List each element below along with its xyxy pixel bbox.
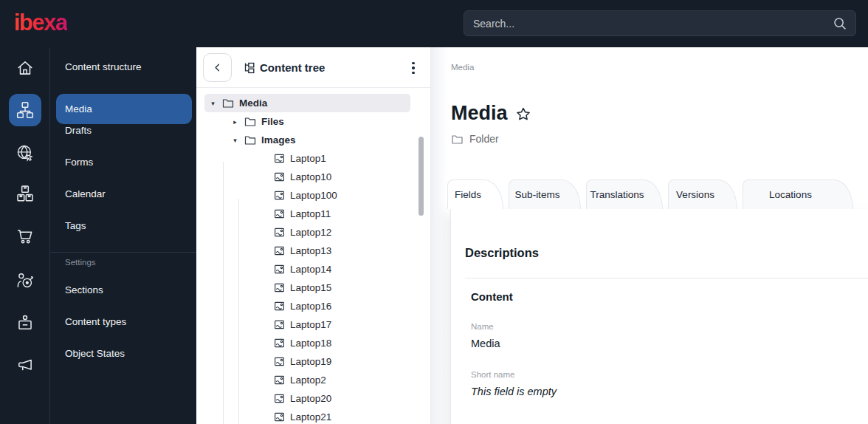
tab[interactable]: Versions	[668, 179, 737, 209]
admin-badge-icon[interactable]	[9, 307, 41, 339]
tree-row-label: Laptop2	[290, 375, 326, 386]
fields-list: Name Media Short name This field is empt…	[471, 322, 864, 418]
page-title: Media	[451, 102, 532, 125]
sidebar-menu: Content structureMediaDraftsFormsCalenda…	[50, 47, 196, 424]
tree-options-kebab-icon[interactable]	[407, 61, 420, 75]
marketing-megaphone-icon[interactable]	[9, 349, 41, 381]
tree-row-label: Laptop17	[290, 319, 331, 330]
tree-row-label: Laptop14	[290, 264, 331, 275]
tab-bar: FieldsSub-itemsTranslationsVersionsLocat…	[447, 179, 853, 209]
field: Short name This field is empty	[471, 370, 864, 397]
tree-row-label: Laptop16	[290, 301, 331, 312]
tree-row[interactable]: ▸ Laptop12	[204, 223, 410, 242]
sidebar-divider	[50, 252, 196, 253]
home-icon[interactable]	[9, 52, 41, 84]
image-icon	[274, 411, 285, 423]
fields-tab-panel: Descriptions Content Name Media Short na…	[450, 209, 868, 424]
tab-label: Fields	[455, 189, 481, 200]
commerce-cart-icon[interactable]	[9, 220, 41, 253]
image-icon	[274, 393, 285, 404]
sidebar-section-label: Settings	[65, 258, 96, 267]
group-heading: Content	[471, 290, 513, 303]
image-icon	[274, 171, 285, 182]
search-icon[interactable]	[833, 17, 847, 30]
tab[interactable]: Sub-items	[509, 179, 581, 209]
sidebar-item[interactable]: Forms	[65, 155, 189, 170]
main-content: Media Media Folder FieldsSub-itemsTransl…	[431, 47, 868, 424]
product-catalog-icon[interactable]	[9, 177, 41, 210]
tree-scrollbar-thumb[interactable]	[418, 137, 424, 216]
tab[interactable]: Translations	[586, 179, 663, 209]
tree-row-label: Laptop100	[290, 190, 337, 201]
image-icon	[274, 264, 285, 275]
bookmark-star-icon[interactable]	[514, 106, 532, 123]
caret-right-icon[interactable]: ▸	[231, 118, 239, 126]
tree-row[interactable]: ▸ Laptop18	[204, 334, 410, 352]
tab[interactable]: Locations	[743, 179, 853, 209]
ibexa-logo[interactable]: ibexa	[14, 10, 67, 36]
image-icon	[274, 190, 285, 201]
tree-row-label: Laptop13	[290, 245, 331, 256]
tree-row[interactable]: ▸ Laptop17	[204, 315, 410, 334]
breadcrumb[interactable]: Media	[451, 63, 474, 72]
content-tree-header: Content tree	[196, 47, 430, 88]
tree-row[interactable]: ▸ Laptop100	[204, 186, 410, 205]
tree-row[interactable]: ▸ Laptop13	[204, 242, 410, 260]
global-search[interactable]	[464, 10, 856, 36]
sidebar-item[interactable]: Object States	[65, 346, 189, 361]
tree-row[interactable]: ▸ Laptop2	[204, 371, 410, 389]
content-structure-icon[interactable]	[9, 94, 41, 126]
tree-row[interactable]: ▸ Laptop1	[204, 149, 410, 168]
field-label: Name	[471, 322, 864, 331]
tree-row[interactable]: ▸ Laptop19	[204, 352, 410, 371]
section-divider	[465, 278, 868, 278]
tree-row[interactable]: ▸ Laptop10	[204, 168, 410, 186]
tab-label: Sub-items	[515, 189, 560, 200]
folder-icon	[244, 134, 256, 146]
tree-row[interactable]: ▾ Images	[204, 131, 410, 149]
tree-row[interactable]: ▸ Laptop14	[204, 260, 410, 278]
collapse-tree-button[interactable]	[203, 53, 232, 82]
tree-row[interactable]: ▸ Laptop15	[204, 278, 410, 297]
tab-label: Versions	[676, 189, 714, 200]
image-icon	[274, 282, 285, 293]
sidebar-item[interactable]: Content types	[65, 315, 189, 329]
field: Name Media	[471, 322, 864, 349]
sidebar-item[interactable]: Drafts	[65, 123, 189, 138]
content-tree-icon	[244, 62, 255, 74]
sidebar-item[interactable]: Content structure	[65, 60, 189, 75]
image-icon	[274, 245, 285, 256]
tree-row-label: Laptop15	[290, 282, 331, 293]
personalization-icon[interactable]	[9, 264, 41, 297]
search-input[interactable]	[473, 18, 833, 30]
tree-row[interactable]: ▸ Laptop16	[204, 297, 410, 315]
tree-row-label: Files	[261, 116, 284, 127]
tree-row-label: Laptop18	[290, 338, 331, 349]
image-icon	[274, 227, 285, 238]
chevron-left-icon	[212, 62, 223, 73]
sidebar-item[interactable]: Media	[56, 94, 192, 124]
tree-rows: ▾ Media ▸	[204, 94, 410, 424]
caret-down-icon[interactable]: ▾	[231, 137, 239, 144]
image-icon	[274, 319, 285, 330]
tree-row[interactable]: ▸ Files	[204, 112, 410, 131]
sidebar-item[interactable]: Tags	[65, 219, 189, 233]
tree-row[interactable]: ▾ Media	[204, 94, 410, 112]
top-bar: ibexa	[0, 0, 868, 47]
site-globe-icon[interactable]	[9, 137, 41, 169]
field-label: Short name	[471, 370, 864, 379]
caret-down-icon[interactable]: ▾	[209, 100, 217, 107]
tree-row[interactable]: ▸ Laptop21	[204, 408, 410, 424]
tree-row-label: Laptop1	[290, 153, 326, 164]
content-tree-title: Content tree	[260, 61, 325, 74]
tab-label: Translations	[590, 189, 644, 200]
tree-row-label: Laptop10	[290, 171, 331, 182]
sidebar-item[interactable]: Sections	[65, 283, 189, 298]
tree-row-label: Media	[239, 98, 267, 109]
tree-row[interactable]: ▸ Laptop11	[204, 205, 410, 223]
tab[interactable]: Fields	[447, 179, 503, 209]
image-icon	[274, 356, 285, 367]
sidebar-item[interactable]: Calendar	[65, 187, 189, 202]
tree-row[interactable]: ▸ Laptop20	[204, 389, 410, 408]
panel-shadow	[431, 47, 447, 424]
